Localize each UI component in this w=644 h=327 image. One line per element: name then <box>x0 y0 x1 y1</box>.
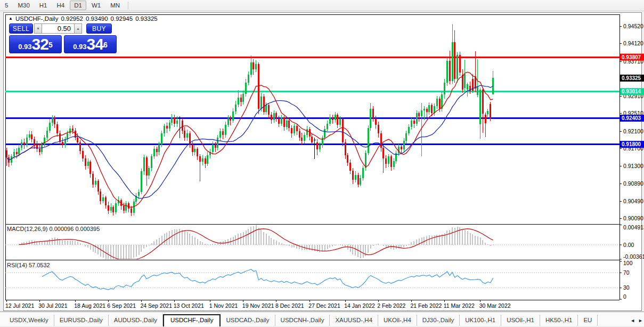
timeframe-button-W1[interactable]: W1 <box>87 1 105 10</box>
timeframe-button-M30[interactable]: M30 <box>13 1 34 10</box>
lot-decrease-button[interactable]: ▼ <box>34 23 42 34</box>
candle <box>29 131 30 140</box>
candle <box>110 203 112 213</box>
lot-increase-button[interactable]: ▲ <box>74 23 82 34</box>
candle <box>487 109 488 117</box>
candle <box>62 138 63 148</box>
candle <box>355 171 356 182</box>
candle <box>365 150 366 170</box>
candle <box>49 119 51 133</box>
tab-eu[interactable]: EU <box>578 315 598 326</box>
price-label-chip: 0.92403 <box>620 115 644 122</box>
candle <box>39 145 40 155</box>
candle <box>263 94 265 115</box>
hline-0.92403[interactable] <box>5 117 619 119</box>
date-axis-label: 1 Nov 2021 <box>209 302 238 309</box>
buy-button[interactable]: BUY <box>86 23 112 34</box>
date-axis-label: 14 Jan 2022 <box>344 302 375 309</box>
candle <box>472 74 474 93</box>
lot-size-input[interactable] <box>42 23 74 34</box>
tab-scroll-right-button[interactable]: ► <box>638 318 643 323</box>
candle <box>294 124 295 136</box>
tab-usdchf-daily[interactable]: USDCHF-,Daily <box>163 314 221 326</box>
tab-usdcnh-daily[interactable]: USDCNH-,Daily <box>275 315 330 326</box>
bid-price-big-digits: 32 <box>32 36 48 52</box>
timeframe-button-MN[interactable]: MN <box>106 1 124 10</box>
price-label-chip: 0.93807 <box>620 54 644 61</box>
hline-0.93807[interactable] <box>5 57 619 58</box>
candle <box>390 155 392 170</box>
bid-price-pipette: 5 <box>48 36 53 54</box>
tab-dj30-daily[interactable]: DJ30-,Daily <box>417 315 460 326</box>
candle <box>306 126 308 137</box>
tab-xauusd-h4[interactable]: XAUUSD-,H4 <box>330 315 378 326</box>
candle <box>479 87 481 139</box>
candle <box>95 178 96 187</box>
candle <box>275 111 277 122</box>
candle <box>368 125 369 155</box>
tab-scroll-left-button[interactable]: ◄ <box>630 318 635 323</box>
candle <box>462 69 463 93</box>
date-axis-label: 2 Feb 2022 <box>377 302 405 309</box>
buy-price-box[interactable]: 0.93 34 6 <box>64 35 117 53</box>
tab-ukoil-h4[interactable]: UKOil-,H4 <box>378 315 417 326</box>
candle <box>421 103 422 156</box>
tab-audusd-daily[interactable]: AUDUSD-,Daily <box>109 315 163 326</box>
candle <box>393 158 395 170</box>
candle <box>380 131 382 151</box>
svg-text:0.93325: 0.93325 <box>622 75 641 81</box>
candle <box>166 123 168 133</box>
candle <box>54 116 55 128</box>
svg-text:0.93014: 0.93014 <box>622 89 641 94</box>
tab-usdcad-daily[interactable]: USDCAD-,Daily <box>221 315 275 326</box>
candle <box>434 103 435 116</box>
timeframe-button-H1[interactable]: H1 <box>35 1 52 10</box>
candle <box>345 139 346 159</box>
ohlc-open: 0.92952 <box>61 15 83 22</box>
candle <box>56 122 58 137</box>
ohlc-close: 0.93325 <box>135 15 158 22</box>
timeframe-button-D1[interactable]: D1 <box>70 1 86 10</box>
ask-price-prefix: 0.93 <box>73 42 86 52</box>
candle <box>362 165 364 181</box>
tab-usdx-weekly[interactable]: USDX,Weekly <box>4 315 54 326</box>
candle <box>335 112 336 123</box>
rsi-axis-label: 0 <box>623 293 626 300</box>
candle <box>286 118 288 130</box>
hline-0.918[interactable] <box>5 143 619 145</box>
candle <box>349 159 351 174</box>
date-axis-label: 11 Mar 2022 <box>444 302 475 309</box>
sell-price-box[interactable]: 0.93 32 5 <box>9 35 62 53</box>
one-click-trading-panel: SELL ▼ ▲ BUY 0.93 32 5 0.93 34 6 <box>9 23 120 53</box>
candle <box>416 110 418 126</box>
timeframe-button-H4[interactable]: H4 <box>52 1 69 10</box>
candle <box>464 60 466 91</box>
candle <box>194 145 195 155</box>
rsi-axis-label: 30 <box>623 284 630 291</box>
hline-0.93014[interactable] <box>5 91 619 92</box>
price-axis-label: 0.92100 <box>623 128 643 134</box>
candle <box>301 133 303 144</box>
tab-eurusd-daily[interactable]: EURUSD-,Daily <box>54 315 109 326</box>
candle <box>202 155 203 165</box>
timeframe-button-5[interactable]: 5 <box>1 1 12 10</box>
date-axis-label: 30 Jul 2021 <box>38 302 67 309</box>
candle <box>31 131 32 142</box>
candle <box>314 138 316 159</box>
candle <box>235 101 237 114</box>
sell-button[interactable]: SELL <box>9 23 33 34</box>
candle <box>248 71 249 85</box>
date-axis-label: 6 Sep 2021 <box>107 302 136 309</box>
candle <box>238 90 239 107</box>
bid-price-prefix: 0.93 <box>18 42 31 52</box>
tab-uk100-h1[interactable]: UK100-,H1 <box>460 315 501 326</box>
candle <box>217 135 218 150</box>
candle <box>82 148 84 162</box>
lot-size-stepper: ▼ ▲ <box>34 23 82 34</box>
tab-usoil-h1[interactable]: USOil-,H1 <box>501 315 540 326</box>
price-axis-label: 0.91300 <box>623 163 643 169</box>
candle <box>436 96 438 109</box>
tab-hk50-h1[interactable]: HK50-,H1 <box>540 315 578 326</box>
candle <box>291 125 292 138</box>
candle <box>102 194 104 204</box>
